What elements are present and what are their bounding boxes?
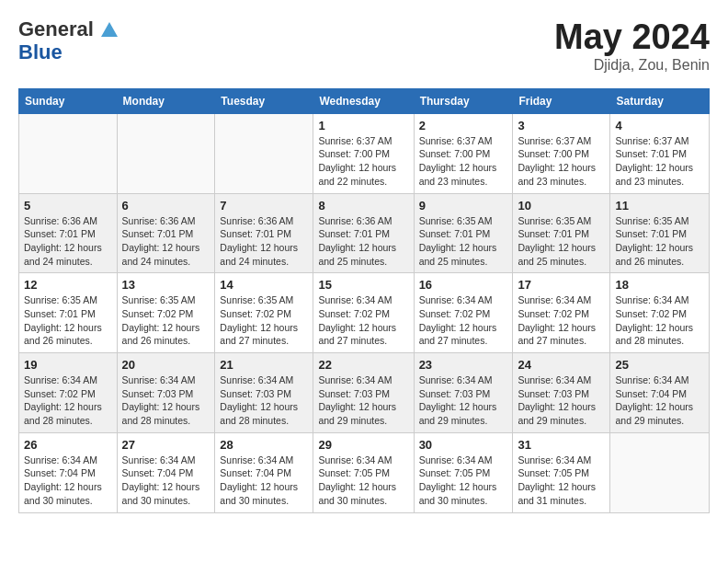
weekday-header-row: SundayMondayTuesdayWednesdayThursdayFrid…	[19, 88, 710, 113]
day-number: 29	[318, 438, 408, 452]
calendar-title: May 2024	[554, 18, 710, 57]
week-row-4: 19Sunrise: 6:34 AM Sunset: 7:02 PM Dayli…	[19, 353, 710, 433]
logo: General Blue	[18, 18, 118, 63]
day-info: Sunrise: 6:34 AM Sunset: 7:02 PM Dayligh…	[419, 293, 508, 348]
day-info: Sunrise: 6:37 AM Sunset: 7:01 PM Dayligh…	[615, 134, 704, 189]
day-info: Sunrise: 6:34 AM Sunset: 7:03 PM Dayligh…	[318, 373, 408, 428]
day-info: Sunrise: 6:34 AM Sunset: 7:02 PM Dayligh…	[24, 373, 112, 428]
calendar-cell: 8Sunrise: 6:36 AM Sunset: 7:01 PM Daylig…	[313, 193, 414, 273]
day-number: 28	[220, 438, 308, 452]
weekday-header-saturday: Saturday	[610, 88, 710, 113]
day-number: 10	[518, 199, 605, 213]
week-row-5: 26Sunrise: 6:34 AM Sunset: 7:04 PM Dayli…	[19, 432, 710, 512]
calendar-cell: 17Sunrise: 6:34 AM Sunset: 7:02 PM Dayli…	[513, 273, 610, 353]
week-row-1: 1Sunrise: 6:37 AM Sunset: 7:00 PM Daylig…	[19, 113, 710, 193]
day-number: 31	[518, 438, 605, 452]
day-info: Sunrise: 6:36 AM Sunset: 7:01 PM Dayligh…	[122, 214, 210, 269]
day-number: 5	[24, 199, 112, 213]
day-info: Sunrise: 6:36 AM Sunset: 7:01 PM Dayligh…	[24, 214, 112, 269]
day-info: Sunrise: 6:34 AM Sunset: 7:04 PM Dayligh…	[220, 454, 308, 508]
calendar-cell: 4Sunrise: 6:37 AM Sunset: 7:01 PM Daylig…	[610, 113, 710, 193]
day-info: Sunrise: 6:34 AM Sunset: 7:03 PM Dayligh…	[122, 373, 210, 428]
calendar-cell: 21Sunrise: 6:34 AM Sunset: 7:03 PM Dayli…	[215, 353, 313, 433]
weekday-header-thursday: Thursday	[414, 88, 513, 113]
calendar-cell: 28Sunrise: 6:34 AM Sunset: 7:04 PM Dayli…	[215, 432, 313, 512]
day-number: 24	[518, 358, 605, 372]
day-number: 15	[318, 278, 408, 292]
weekday-header-monday: Monday	[117, 88, 215, 113]
weekday-header-friday: Friday	[513, 88, 610, 113]
calendar-cell: 7Sunrise: 6:36 AM Sunset: 7:01 PM Daylig…	[215, 193, 313, 273]
day-number: 14	[220, 278, 308, 292]
day-number: 22	[318, 358, 408, 372]
title-block: May 2024 Djidja, Zou, Benin	[554, 18, 710, 74]
day-info: Sunrise: 6:34 AM Sunset: 7:03 PM Dayligh…	[419, 373, 508, 428]
day-info: Sunrise: 6:34 AM Sunset: 7:05 PM Dayligh…	[318, 454, 408, 508]
day-number: 9	[419, 199, 508, 213]
day-info: Sunrise: 6:34 AM Sunset: 7:02 PM Dayligh…	[318, 293, 408, 348]
weekday-header-wednesday: Wednesday	[313, 88, 414, 113]
calendar-cell: 31Sunrise: 6:34 AM Sunset: 7:05 PM Dayli…	[513, 432, 610, 512]
calendar-cell: 14Sunrise: 6:35 AM Sunset: 7:02 PM Dayli…	[215, 273, 313, 353]
calendar-cell	[19, 113, 118, 193]
calendar-cell	[117, 113, 215, 193]
day-number: 6	[122, 199, 210, 213]
calendar-cell: 18Sunrise: 6:34 AM Sunset: 7:02 PM Dayli…	[610, 273, 710, 353]
day-number: 3	[518, 119, 605, 132]
day-number: 19	[24, 358, 112, 372]
weekday-header-tuesday: Tuesday	[215, 88, 313, 113]
calendar-cell	[610, 432, 710, 512]
day-info: Sunrise: 6:35 AM Sunset: 7:01 PM Dayligh…	[419, 214, 508, 269]
calendar-cell: 26Sunrise: 6:34 AM Sunset: 7:04 PM Dayli…	[19, 432, 118, 512]
calendar-location: Djidja, Zou, Benin	[554, 57, 710, 74]
day-info: Sunrise: 6:36 AM Sunset: 7:01 PM Dayligh…	[220, 214, 308, 269]
logo-general-text: General	[18, 17, 94, 40]
weekday-header-sunday: Sunday	[19, 88, 118, 113]
logo-arrow-icon	[101, 22, 118, 37]
day-info: Sunrise: 6:35 AM Sunset: 7:01 PM Dayligh…	[615, 214, 704, 269]
day-number: 30	[419, 438, 508, 452]
page-header: General Blue May 2024 Djidja, Zou, Benin	[18, 18, 710, 74]
calendar-cell: 1Sunrise: 6:37 AM Sunset: 7:00 PM Daylig…	[313, 113, 414, 193]
calendar-cell: 22Sunrise: 6:34 AM Sunset: 7:03 PM Dayli…	[313, 353, 414, 433]
day-info: Sunrise: 6:37 AM Sunset: 7:00 PM Dayligh…	[419, 134, 508, 189]
week-row-2: 5Sunrise: 6:36 AM Sunset: 7:01 PM Daylig…	[19, 193, 710, 273]
calendar-cell: 9Sunrise: 6:35 AM Sunset: 7:01 PM Daylig…	[414, 193, 513, 273]
day-number: 1	[318, 119, 408, 132]
day-number: 23	[419, 358, 508, 372]
day-info: Sunrise: 6:37 AM Sunset: 7:00 PM Dayligh…	[518, 134, 605, 189]
day-info: Sunrise: 6:34 AM Sunset: 7:05 PM Dayligh…	[419, 454, 508, 508]
day-info: Sunrise: 6:35 AM Sunset: 7:02 PM Dayligh…	[122, 293, 210, 348]
day-number: 17	[518, 278, 605, 292]
calendar-cell: 29Sunrise: 6:34 AM Sunset: 7:05 PM Dayli…	[313, 432, 414, 512]
day-number: 27	[122, 438, 210, 452]
week-row-3: 12Sunrise: 6:35 AM Sunset: 7:01 PM Dayli…	[19, 273, 710, 353]
calendar-cell	[215, 113, 313, 193]
day-info: Sunrise: 6:34 AM Sunset: 7:02 PM Dayligh…	[615, 293, 704, 348]
day-number: 26	[24, 438, 112, 452]
day-info: Sunrise: 6:34 AM Sunset: 7:04 PM Dayligh…	[122, 454, 210, 508]
calendar-cell: 15Sunrise: 6:34 AM Sunset: 7:02 PM Dayli…	[313, 273, 414, 353]
logo-blue-text: Blue	[18, 41, 118, 63]
day-info: Sunrise: 6:35 AM Sunset: 7:01 PM Dayligh…	[24, 293, 112, 348]
day-number: 4	[615, 119, 704, 132]
calendar-cell: 5Sunrise: 6:36 AM Sunset: 7:01 PM Daylig…	[19, 193, 118, 273]
day-number: 8	[318, 199, 408, 213]
calendar-table: SundayMondayTuesdayWednesdayThursdayFrid…	[18, 88, 710, 513]
calendar-cell: 24Sunrise: 6:34 AM Sunset: 7:03 PM Dayli…	[513, 353, 610, 433]
day-number: 2	[419, 119, 508, 132]
calendar-cell: 2Sunrise: 6:37 AM Sunset: 7:00 PM Daylig…	[414, 113, 513, 193]
day-info: Sunrise: 6:34 AM Sunset: 7:04 PM Dayligh…	[24, 454, 112, 508]
day-number: 7	[220, 199, 308, 213]
day-info: Sunrise: 6:34 AM Sunset: 7:03 PM Dayligh…	[220, 373, 308, 428]
calendar-cell: 20Sunrise: 6:34 AM Sunset: 7:03 PM Dayli…	[117, 353, 215, 433]
day-info: Sunrise: 6:34 AM Sunset: 7:02 PM Dayligh…	[518, 293, 605, 348]
day-number: 25	[615, 358, 704, 372]
calendar-cell: 25Sunrise: 6:34 AM Sunset: 7:04 PM Dayli…	[610, 353, 710, 433]
day-info: Sunrise: 6:35 AM Sunset: 7:02 PM Dayligh…	[220, 293, 308, 348]
svg-marker-0	[101, 22, 118, 37]
calendar-cell: 19Sunrise: 6:34 AM Sunset: 7:02 PM Dayli…	[19, 353, 118, 433]
day-number: 11	[615, 199, 704, 213]
calendar-cell: 12Sunrise: 6:35 AM Sunset: 7:01 PM Dayli…	[19, 273, 118, 353]
calendar-cell: 13Sunrise: 6:35 AM Sunset: 7:02 PM Dayli…	[117, 273, 215, 353]
